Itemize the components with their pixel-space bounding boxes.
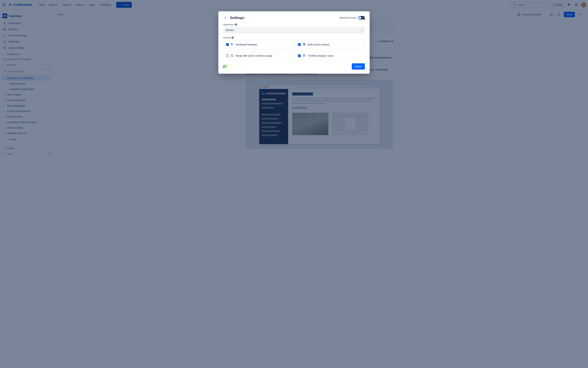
svg-rect-34 <box>303 43 304 45</box>
chevron-down-icon: ▾ <box>361 29 362 31</box>
list-ol-icon: 123 <box>231 43 234 46</box>
modal-overlay[interactable]: Settings Advanced mode ✕ ➤ Hyperlinks ? … <box>0 0 588 368</box>
checkbox[interactable] <box>298 43 301 46</box>
include-option-label: Break after each Confluence page <box>236 54 272 57</box>
pages-icon <box>231 54 234 57</box>
hyperlinks-value: All links <box>226 29 234 31</box>
include-option[interactable]: Break after each Confluence page <box>223 51 293 60</box>
brand-logo-icon <box>222 65 227 68</box>
include-option-label: Multi-column layouts <box>307 43 330 46</box>
back-button[interactable] <box>223 16 228 20</box>
checkbox[interactable] <box>226 43 229 46</box>
include-option[interactable]: Multi-column layouts <box>295 40 365 49</box>
svg-text:3: 3 <box>231 44 232 45</box>
toggle-x-icon: ✕ <box>362 17 364 19</box>
svg-rect-38 <box>303 55 305 56</box>
include-field-label: Include <box>223 37 230 39</box>
hyperlinks-select[interactable]: All links ▾ <box>223 27 365 33</box>
include-option-label: "Children display" macro <box>307 54 334 57</box>
advanced-mode-label: Advanced mode <box>339 16 357 19</box>
children-icon <box>303 54 306 57</box>
svg-rect-37 <box>232 54 233 56</box>
svg-rect-36 <box>305 43 305 45</box>
help-icon[interactable]: ? <box>235 23 237 26</box>
include-option-label: Numbered headings <box>236 43 257 46</box>
include-option[interactable]: "Children display" macro <box>295 51 365 60</box>
advanced-mode-toggle[interactable]: ✕ ➤ <box>358 16 365 19</box>
settings-modal: Settings Advanced mode ✕ ➤ Hyperlinks ? … <box>218 11 370 74</box>
modal-title: Settings <box>230 16 244 20</box>
help-icon[interactable]: ? <box>231 37 234 39</box>
export-button[interactable]: Export <box>352 63 365 70</box>
svg-rect-35 <box>304 43 305 45</box>
columns-icon <box>303 43 306 46</box>
include-options: 123Numbered headingsMulti-column layouts… <box>223 40 365 60</box>
hyperlinks-field-label: Hyperlinks <box>223 23 234 26</box>
checkbox[interactable] <box>298 54 301 57</box>
checkbox[interactable] <box>226 54 229 57</box>
include-option[interactable]: 123Numbered headings <box>223 40 293 49</box>
